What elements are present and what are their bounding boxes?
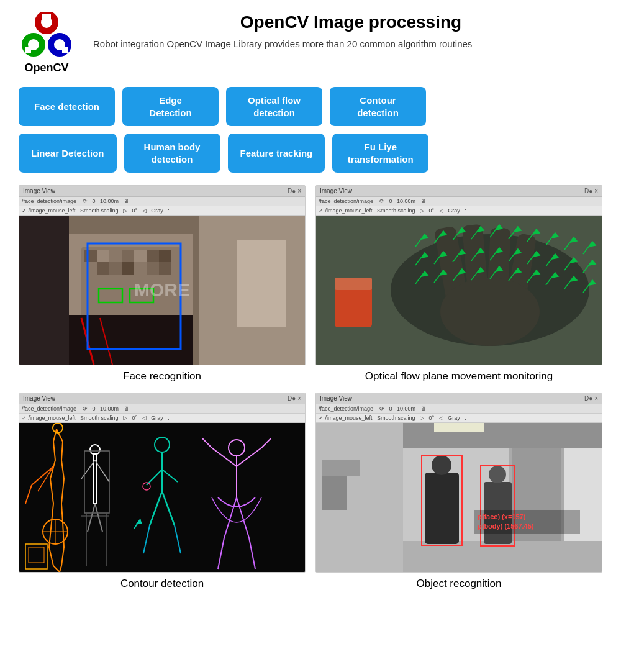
svg-rect-16 — [159, 250, 171, 262]
face-recognition-svg: MORE — [19, 216, 305, 365]
svg-rect-160 — [434, 423, 484, 432]
linear-detection-button[interactable]: Linear Detection — [19, 134, 117, 173]
svg-point-152 — [432, 455, 451, 475]
window-title-optical: Image View — [320, 188, 352, 194]
window-title-face: Image View — [23, 188, 55, 194]
window-titlebar-face: Image View D● × — [19, 186, 305, 197]
window-toolbar-optical: /face_detection/image ⟳ 0 10.00m 🖥 — [316, 197, 602, 206]
window-titlebar-object: Image View D● × — [316, 393, 602, 404]
svg-text:MORE: MORE — [134, 279, 190, 300]
svg-rect-21 — [134, 262, 147, 275]
optical-flow-detection-button[interactable]: Optical flowdetection — [226, 87, 322, 126]
contour-detection-button[interactable]: Contourdetection — [330, 87, 426, 126]
buttons-row-2: Linear Detection Human bodydetection Fea… — [12, 134, 609, 173]
optical-flow-content — [316, 216, 602, 365]
object-recognition-svg: p(face) (x=157) p(body) (1567.45) — [316, 423, 602, 572]
svg-rect-151 — [425, 473, 459, 544]
human-body-detection-button[interactable]: Human bodydetection — [124, 134, 220, 173]
window-toolbar2-contour: ✓ /image_mouse_left Smooth scaling ▷ 0° … — [19, 414, 305, 423]
window-titlebar-optical: Image View D● × — [316, 186, 602, 197]
contour-svg — [19, 423, 305, 572]
svg-rect-19 — [109, 262, 122, 275]
svg-rect-13 — [122, 250, 134, 262]
svg-rect-4 — [25, 47, 31, 53]
header-content: OpenCV Image processing Robot integratio… — [93, 12, 609, 50]
window-title-contour: Image View — [23, 395, 55, 402]
edge-detection-button[interactable]: EdgeDetection — [122, 87, 219, 126]
face-image-content: MORE — [19, 216, 305, 365]
svg-rect-15 — [147, 250, 159, 262]
page-subtitle: Robot integration OpenCV Image Library p… — [93, 37, 609, 50]
svg-rect-14 — [134, 250, 147, 262]
object-recognition-content: p(face) (x=157) p(body) (1567.45) — [316, 423, 602, 572]
window-toolbar-face: /face_detection/image ⟳ 0 10.00m 🖥 — [19, 197, 305, 206]
contour-window: Image View D● × /face_detection/image ⟳ … — [19, 393, 306, 573]
window-toolbar-contour: /face_detection/image ⟳ 0 10.00m 🖥 — [19, 404, 305, 414]
svg-point-154 — [489, 466, 506, 483]
images-grid: Image View D● × /face_detection/image ⟳ … — [12, 185, 609, 590]
svg-rect-17 — [84, 262, 97, 275]
svg-point-40 — [440, 278, 540, 346]
svg-rect-11 — [97, 250, 109, 262]
svg-rect-28 — [237, 240, 286, 327]
optical-flow-window: Image View D● × /face_detection/image ⟳ … — [315, 185, 602, 365]
contour-image-content — [19, 423, 305, 572]
header: OpenCV OpenCV Image processing Robot int… — [12, 12, 609, 75]
window-toolbar2-face: ✓ /image_mouse_left Smooth scaling ▷ 0° … — [19, 206, 305, 216]
svg-rect-162 — [322, 460, 360, 476]
window-title-object: Image View — [320, 395, 352, 402]
buttons-section: Face detection EdgeDetection Optical flo… — [12, 87, 609, 173]
object-recognition-card: Image View D● × /face_detection/image ⟳ … — [315, 393, 602, 590]
optical-flow-caption: Optical flow plane movement monitoring — [365, 370, 553, 383]
svg-rect-18 — [97, 262, 109, 275]
window-toolbar2-optical: ✓ /image_mouse_left Smooth scaling ▷ 0° … — [316, 206, 602, 216]
svg-rect-22 — [147, 262, 159, 275]
logo-text: OpenCV — [24, 61, 68, 75]
svg-rect-12 — [109, 250, 122, 262]
svg-rect-161 — [322, 473, 347, 510]
svg-text:p(face) (x=157): p(face) (x=157) — [478, 513, 526, 520]
window-titlebar-contour: Image View D● × — [19, 393, 305, 404]
svg-text:p(body) (1567.45): p(body) (1567.45) — [478, 522, 534, 530]
svg-rect-42 — [335, 278, 372, 290]
logo-area: OpenCV — [12, 12, 81, 75]
face-detection-button[interactable]: Face detection — [19, 87, 115, 126]
svg-rect-5 — [62, 47, 68, 53]
buttons-row-1: Face detection EdgeDetection Optical flo… — [12, 87, 609, 126]
object-recognition-caption: Object recognition — [416, 578, 501, 590]
contour-detection-caption: Contour detection — [120, 578, 204, 590]
svg-rect-23 — [159, 262, 171, 275]
face-recognition-window: Image View D● × /face_detection/image ⟳ … — [19, 185, 306, 365]
window-toolbar-object: /face_detection/image ⟳ 0 10.00m 🖥 — [316, 404, 602, 414]
page-title: OpenCV Image processing — [93, 12, 609, 32]
svg-rect-7 — [19, 216, 69, 365]
face-recognition-caption: Face recognition — [123, 370, 201, 383]
object-recognition-window: Image View D● × /face_detection/image ⟳ … — [315, 393, 602, 573]
svg-rect-3 — [42, 14, 51, 20]
window-toolbar2-object: ✓ /image_mouse_left Smooth scaling ▷ 0° … — [316, 414, 602, 423]
contour-detection-card: Image View D● × /face_detection/image ⟳ … — [19, 393, 306, 590]
optical-flow-card: Image View D● × /face_detection/image ⟳ … — [315, 185, 602, 383]
optical-flow-svg — [316, 216, 602, 365]
svg-rect-10 — [84, 250, 97, 262]
fu-liye-button[interactable]: Fu Liyetransformation — [332, 134, 428, 173]
feature-tracking-button[interactable]: Feature tracking — [228, 134, 325, 173]
face-recognition-card: Image View D● × /face_detection/image ⟳ … — [19, 185, 306, 383]
svg-rect-20 — [122, 262, 134, 275]
opencv-logo — [19, 12, 75, 59]
